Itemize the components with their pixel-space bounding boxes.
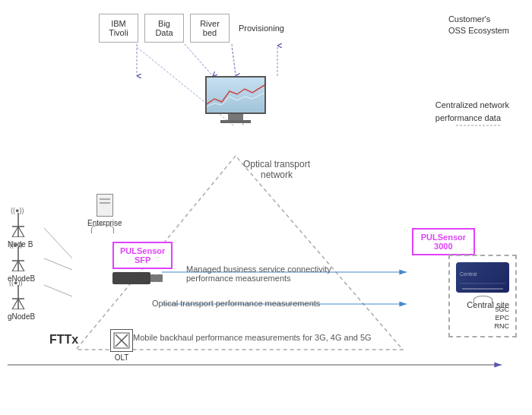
svg-line-8	[44, 228, 72, 258]
svg-line-9	[44, 258, 72, 270]
monitor-stand	[228, 114, 243, 120]
main-diagram: IBM Tivoli Big Data River bed Provisioni…	[0, 0, 532, 415]
big-data-box: Big Data	[144, 14, 184, 43]
optical-measurement-label: Optical transport performance measuremen…	[152, 299, 320, 308]
centralized-label: Centralized network performance data	[435, 99, 509, 124]
enterprise-dish	[91, 224, 114, 233]
svg-line-26	[12, 261, 18, 271]
monitor-base	[220, 120, 251, 123]
olt-area: OLT	[110, 329, 133, 362]
sfp-device-icon	[112, 272, 150, 284]
svg-line-10	[44, 285, 72, 296]
rnc-label: RNC	[456, 322, 509, 330]
gnodeb-label: gNodeB	[8, 312, 35, 321]
pulsensor-3000-box: PULSensor 3000	[412, 228, 475, 255]
monitor-icon	[201, 76, 270, 125]
svg-text:Central: Central	[460, 271, 477, 277]
olt-icon	[110, 329, 133, 352]
svg-line-2	[232, 44, 236, 76]
svg-text:((●)): ((●))	[9, 241, 22, 249]
svg-line-27	[18, 261, 24, 271]
epc-label: EPC	[456, 314, 509, 322]
diagram-svg	[0, 0, 532, 415]
enodeb-area: ((●)) eNodeB	[8, 239, 35, 283]
customers-oss-label: Customer's OSS Ecosystem	[448, 14, 509, 37]
monitor-area	[201, 76, 270, 125]
enterprise-area: Enterprise	[87, 194, 122, 227]
fttx-label: FTTx	[49, 333, 78, 347]
gnodeb-area: ((●)) gNodeB	[8, 277, 35, 321]
svg-line-21	[18, 227, 24, 237]
pulsensor-sfp-box: PULSensor SFP	[112, 242, 173, 269]
provisioning-label: Provisioning	[236, 19, 287, 37]
olt-label: OLT	[110, 353, 133, 362]
chart-svg	[207, 78, 264, 112]
enterprise-server-icon	[97, 194, 113, 217]
optical-transport-label: Optical transport network	[243, 148, 310, 180]
svg-line-1	[185, 44, 213, 76]
monitor-screen-content	[207, 78, 264, 112]
managed-measurement-label: Managed business service connectivity pe…	[186, 265, 331, 283]
svg-line-33	[18, 299, 24, 309]
ibm-tivoli-box: IBM Tivoli	[99, 14, 138, 43]
river-bed-box: River bed	[190, 14, 230, 43]
mobile-measurement-label: Mobile backhaul performance measurements…	[133, 333, 372, 342]
tower-icon-enodeb: ((●))	[8, 239, 29, 271]
monitor-screen	[205, 76, 266, 114]
central-site-label: Central site	[467, 300, 509, 309]
top-boxes-container: IBM Tivoli Big Data River bed Provisioni…	[99, 14, 287, 43]
svg-text:((●)): ((●))	[9, 279, 22, 287]
tower-icon-nodeb: ((●))	[8, 205, 29, 237]
svg-line-32	[12, 299, 18, 309]
svg-line-20	[12, 227, 18, 237]
central-site-box: Central 5GC EPC RNC	[448, 255, 517, 337]
tower-icon-gnodeb: ((●))	[8, 277, 29, 309]
svg-text:((●)): ((●))	[11, 207, 24, 214]
central-device-icon: Central	[456, 262, 509, 293]
